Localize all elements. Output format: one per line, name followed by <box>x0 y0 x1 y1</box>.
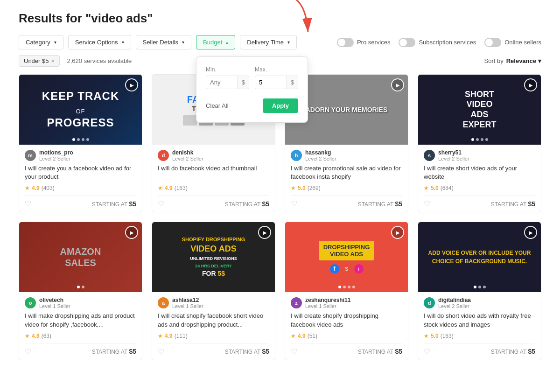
card-2-seller: d denishk Level 2 Seller <box>158 149 269 161</box>
card-5-image: AMAZONSALES <box>19 222 142 292</box>
star-icon: ★ <box>25 333 30 339</box>
star-icon: ★ <box>424 185 429 191</box>
seller-avatar: m <box>25 150 36 161</box>
card-5: AMAZONSALES o olivetech Level 1 Seller I… <box>19 222 142 360</box>
card-4-title: I will create short video ads of your we… <box>424 164 535 181</box>
seller-avatar: z <box>291 297 302 308</box>
card-4-seller: s sherry51 Level 2 Seller <box>424 149 535 161</box>
card-4-play[interactable] <box>524 78 537 91</box>
card-6-title: I will creat shopify facebook short vide… <box>158 312 269 329</box>
card-5-title: I will make dropshipping ads and product… <box>25 312 136 329</box>
star-icon: ★ <box>291 185 296 191</box>
star-icon: ★ <box>158 185 163 191</box>
active-tags: Under $5 × <box>19 55 60 67</box>
filters-row: Category ▾ Service Options ▾ Seller Deta… <box>19 35 541 49</box>
seller-avatar: a <box>158 297 169 308</box>
chevron-up-icon: ▴ <box>226 40 228 45</box>
toggle-thumb <box>485 39 493 46</box>
seller-avatar: d <box>158 150 169 161</box>
service-options-filter[interactable]: Service Options ▾ <box>68 35 131 49</box>
budget-dropdown: Budget ▴ Min. $ Max. <box>196 35 235 49</box>
star-icon: ★ <box>158 333 163 339</box>
favorite-button[interactable]: ♡ <box>424 199 430 208</box>
card-8-title: I will do short video ads with royalty f… <box>424 312 535 329</box>
under-5-tag: Under $5 × <box>19 55 60 67</box>
page-title: Results for "video ads" <box>19 11 541 26</box>
clear-all-button[interactable]: Clear All <box>206 102 228 109</box>
seller-avatar: h <box>291 150 302 161</box>
card-6-seller: a ashlasa12 Level 1 Seller <box>158 297 269 309</box>
budget-fields: Min. $ Max. $ <box>206 66 298 89</box>
seller-avatar: d <box>424 297 435 308</box>
category-filter[interactable]: Category ▾ <box>19 35 63 49</box>
card-8: ADD VOICE OVER OR INCLUDE YOUR CHOICE OF… <box>418 222 541 360</box>
card-7-title: I will create shopify dropshipping faceb… <box>291 312 402 329</box>
favorite-button[interactable]: ♡ <box>291 347 297 356</box>
seller-avatar: o <box>25 297 36 308</box>
delivery-time-filter[interactable]: Delivery Time ▾ <box>240 35 297 49</box>
remove-tag-button[interactable]: × <box>51 58 54 64</box>
max-field: Max. $ <box>255 66 298 89</box>
card-6-image: SHOPIFY DROPSHIPPING VIDEO ADS UNLIMITED… <box>152 222 275 292</box>
favorite-button[interactable]: ♡ <box>25 199 31 208</box>
budget-actions: Clear All Apply <box>206 98 298 113</box>
card-8-image: ADD VOICE OVER OR INCLUDE YOUR CHOICE OF… <box>418 222 541 292</box>
card-1-image: KEEP TRACKofPROGRESS <box>19 75 142 145</box>
chevron-down-icon: ▾ <box>122 40 124 45</box>
seller-details-filter[interactable]: Seller Details ▾ <box>136 35 192 49</box>
card-1-play[interactable] <box>125 78 138 91</box>
results-count: 2,620 services available <box>67 57 132 64</box>
subscription-toggle[interactable] <box>399 38 415 47</box>
card-1-title: I will create you a facebook video ad fo… <box>25 164 136 181</box>
card-2-title: I will do facebook video ad thumbnail <box>158 164 269 181</box>
online-sellers-toggle[interactable] <box>484 38 501 47</box>
pro-services-toggle-group: Pro services <box>337 38 391 47</box>
budget-filter[interactable]: Budget ▴ <box>196 35 235 49</box>
card-3-seller: h hassankg Level 2 Seller <box>291 149 402 161</box>
card-7-image: DROPSHIPPINGVIDEO ADS f S i <box>285 222 408 292</box>
max-input[interactable] <box>255 76 287 89</box>
card-4-image: SHORTVIDEOADSEXPERT <box>418 75 541 145</box>
chevron-down-icon: ▾ <box>538 57 541 64</box>
min-input-wrap: $ <box>206 76 249 89</box>
card-3-play[interactable] <box>391 78 404 91</box>
seller-avatar: s <box>424 150 435 161</box>
sort-row: Sort by Relevance ▾ <box>484 57 541 64</box>
pro-services-toggle[interactable] <box>337 38 354 47</box>
card-7-seller: z zeshanqureshi11 Level 1 Seller <box>291 297 402 309</box>
star-icon: ★ <box>25 185 30 191</box>
chevron-down-icon: ▾ <box>54 40 56 45</box>
favorite-button[interactable]: ♡ <box>158 347 164 356</box>
toggle-thumb <box>399 39 407 46</box>
budget-popup: Min. $ Max. $ Cle <box>196 56 308 123</box>
favorite-button[interactable]: ♡ <box>158 199 164 208</box>
card-5-seller: o olivetech Level 1 Seller <box>25 297 136 309</box>
favorite-button[interactable]: ♡ <box>424 347 430 356</box>
star-icon: ★ <box>424 333 429 339</box>
card-6: SHOPIFY DROPSHIPPING VIDEO ADS UNLIMITED… <box>152 222 275 360</box>
card-1-seller: m motions_pro Level 2 Seller <box>25 149 136 161</box>
chevron-down-icon: ▾ <box>182 40 184 45</box>
min-input[interactable] <box>206 76 238 89</box>
card-4: SHORTVIDEOADSEXPERT s sherry51 Level 2 S… <box>418 74 541 212</box>
card-6-play[interactable] <box>258 226 271 239</box>
card-3-title: I will create promotional sale ad video … <box>291 164 402 181</box>
star-icon: ★ <box>291 333 296 339</box>
sort-dropdown[interactable]: Relevance ▾ <box>506 57 541 64</box>
apply-button[interactable]: Apply <box>263 98 298 113</box>
subscription-toggle-group: Subscription services <box>399 38 476 47</box>
card-8-seller: d digitalindiaa Level 2 Seller <box>424 297 535 309</box>
card-7: DROPSHIPPINGVIDEO ADS f S i z zeshanqur <box>285 222 408 360</box>
card-1: KEEP TRACKofPROGRESS m motions_pro Level… <box>19 74 142 212</box>
favorite-button[interactable]: ♡ <box>291 199 297 208</box>
chevron-down-icon: ▾ <box>287 40 290 45</box>
favorite-button[interactable]: ♡ <box>25 347 31 356</box>
card-8-play[interactable] <box>524 226 537 239</box>
min-field: Min. $ <box>206 66 249 89</box>
toggle-thumb <box>338 39 345 46</box>
max-input-wrap: $ <box>255 76 298 89</box>
online-sellers-toggle-group: Online sellers <box>484 38 541 47</box>
